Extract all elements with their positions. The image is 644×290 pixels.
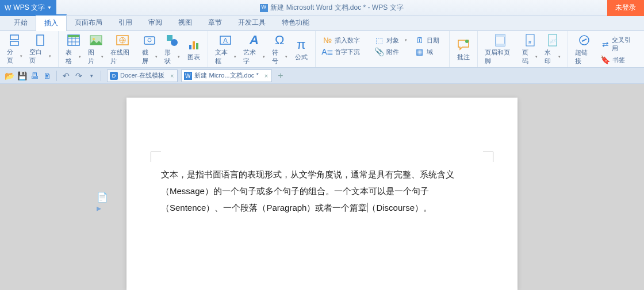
field-icon: ▦: [415, 47, 424, 56]
table-button[interactable]: 表格▾: [62, 33, 85, 65]
chart-button[interactable]: 图表: [183, 33, 204, 65]
svg-point-23: [465, 40, 469, 43]
tab-references[interactable]: 引用: [110, 15, 140, 30]
app-menu-button[interactable]: W WPS 文字 ▼: [0, 0, 56, 16]
insert-number-button[interactable]: №插入数字: [321, 34, 369, 46]
blank-page-button[interactable]: 空白页▾: [26, 33, 55, 65]
svg-text:abc: abc: [549, 37, 557, 45]
doc-tab-docer[interactable]: D Docer-在线模板 ×: [107, 69, 178, 82]
symbol-label: 符号: [272, 48, 284, 65]
attachment-button[interactable]: 📎附件: [373, 46, 409, 57]
svg-rect-14: [144, 37, 155, 44]
picture-button[interactable]: 图片▾: [85, 33, 107, 65]
header-footer-button[interactable]: 页眉和页脚: [481, 33, 519, 65]
close-icon[interactable]: ×: [264, 72, 268, 79]
ribbon-group-insert-small: №插入数字 A≣首字下沉 ⬚对象▾ 📎附件 🗓日期 ▦域: [316, 31, 450, 67]
word-doc-icon: W: [184, 72, 192, 80]
paragraph-gutter-icon[interactable]: 📄▸: [97, 192, 107, 203]
tab-pagelayout[interactable]: 页面布局: [67, 15, 110, 30]
textbox-icon: A: [218, 33, 232, 47]
object-icon: ⬚: [375, 36, 384, 45]
undo-icon[interactable]: ↶: [60, 70, 72, 82]
symbol-button[interactable]: Ω 符号▾: [269, 33, 291, 65]
table-icon: [67, 33, 80, 47]
chevron-down-icon: ▾: [535, 55, 538, 59]
page-number-icon: #: [523, 33, 537, 47]
print-icon[interactable]: 🖶: [29, 70, 40, 82]
tab-devtools[interactable]: 开发工具: [230, 15, 274, 30]
title-text: 新建 Microsoft Word 文档.doc * - WPS 文字: [270, 3, 403, 13]
window-title: 新建 Microsoft Word 文档.doc * - WPS 文字: [56, 3, 607, 13]
svg-text:W: W: [185, 73, 191, 79]
svg-point-15: [148, 38, 151, 42]
save-icon[interactable]: 💾: [16, 70, 28, 82]
comment-icon: [457, 38, 470, 52]
omega-icon: Ω: [273, 33, 286, 47]
tab-start[interactable]: 开始: [6, 15, 36, 30]
screenshot-label: 截屏: [142, 48, 154, 65]
page[interactable]: 📄▸ 文本，是指书面语言的表现形式，从文学角度说，通常是具有完整、系统含义（Me…: [126, 98, 518, 290]
svg-rect-1: [10, 41, 18, 45]
insert-number-label: 插入数字: [335, 36, 360, 45]
textbox-button[interactable]: A 文本框▾: [212, 33, 240, 65]
object-button[interactable]: ⬚对象▾: [373, 34, 409, 46]
calendar-icon: 🗓: [415, 36, 424, 45]
blank-page-label: 空白页: [29, 48, 48, 65]
online-picture-label: 在线图片: [110, 48, 135, 65]
field-button[interactable]: ▦域: [413, 46, 443, 57]
pi-icon: π: [294, 38, 308, 52]
svg-rect-0: [10, 35, 18, 40]
watermark-button[interactable]: abc 水印▾: [541, 33, 564, 65]
tab-review[interactable]: 审阅: [140, 15, 170, 30]
page-number-button[interactable]: # 页码▾: [519, 33, 541, 65]
chevron-down-icon: ▾: [49, 54, 51, 59]
watermark-icon: abc: [546, 33, 559, 47]
shape-button[interactable]: 形状▾: [161, 33, 183, 65]
ribbon-group-pages: 分页▾ 空白页▾: [0, 31, 59, 67]
document-text[interactable]: 文本，是指书面语言的表现形式，从文学角度说，通常是具有完整、系统含义（Messa…: [161, 167, 483, 216]
crossref-icon: ⇄: [601, 40, 610, 49]
wordart-button[interactable]: A 艺术字▾: [240, 33, 269, 65]
ribbon: 分页▾ 空白页▾ 表格▾ 图片▾ 在线图片: [0, 31, 644, 68]
tab-features[interactable]: 特色功能: [274, 15, 317, 30]
chart-icon: [187, 38, 201, 52]
comment-button[interactable]: 批注: [453, 33, 474, 65]
menu-bar: 开始 插入 页面布局 引用 审阅 视图 章节 开发工具 特色功能: [0, 16, 644, 31]
document-area[interactable]: 📄▸ 文本，是指书面语言的表现形式，从文学角度说，通常是具有完整、系统含义（Me…: [0, 84, 644, 290]
svg-rect-20: [196, 43, 198, 49]
hyperlink-button[interactable]: 超链接: [572, 33, 597, 65]
chevron-down-icon: ▾: [178, 55, 180, 59]
crossref-button[interactable]: ⇄交叉引用: [599, 34, 638, 54]
ribbon-group-text: A 文本框▾ A 艺术字▾ Ω 符号▾ π 公式: [208, 31, 316, 67]
ribbon-group-links: 超链接 ⇄交叉引用 🔖书签: [568, 31, 644, 67]
print-preview-icon[interactable]: 🗎: [41, 70, 53, 82]
svg-rect-19: [193, 41, 195, 49]
ribbon-group-illustrations: 表格▾ 图片▾ 在线图片 截屏▾ 形状▾: [59, 31, 208, 67]
equation-button[interactable]: π 公式: [291, 33, 312, 65]
dropcap-icon: A≣: [323, 47, 332, 56]
close-icon[interactable]: ×: [170, 72, 174, 79]
paperclip-icon: 📎: [375, 47, 384, 56]
chart-label: 图表: [187, 53, 200, 61]
tab-insert[interactable]: 插入: [36, 14, 67, 31]
chevron-down-icon[interactable]: ▾: [86, 70, 97, 82]
screenshot-button[interactable]: 截屏▾: [139, 33, 161, 65]
doc-tab-current[interactable]: W 新建 Micro...文档.doc * ×: [181, 69, 272, 82]
page-break-button[interactable]: 分页▾: [3, 33, 26, 65]
redo-icon[interactable]: ↷: [73, 70, 85, 82]
dropcap-button[interactable]: A≣首字下沉: [321, 46, 369, 57]
chevron-down-icon: ▼: [47, 5, 52, 10]
login-button[interactable]: 未登录: [607, 0, 644, 16]
equation-label: 公式: [295, 53, 308, 61]
open-icon[interactable]: 📂: [3, 70, 15, 82]
online-picture-button[interactable]: 在线图片: [107, 33, 138, 65]
tab-chapter[interactable]: 章节: [200, 15, 230, 30]
add-tab-button[interactable]: +: [278, 71, 283, 81]
online-picture-icon: [116, 33, 129, 47]
svg-rect-26: [496, 44, 505, 46]
chevron-down-icon: ▾: [285, 55, 288, 59]
tab-view[interactable]: 视图: [170, 15, 200, 30]
bookmark-button[interactable]: 🔖书签: [599, 54, 638, 65]
date-button[interactable]: 🗓日期: [413, 34, 443, 46]
svg-text:#: #: [528, 40, 531, 45]
